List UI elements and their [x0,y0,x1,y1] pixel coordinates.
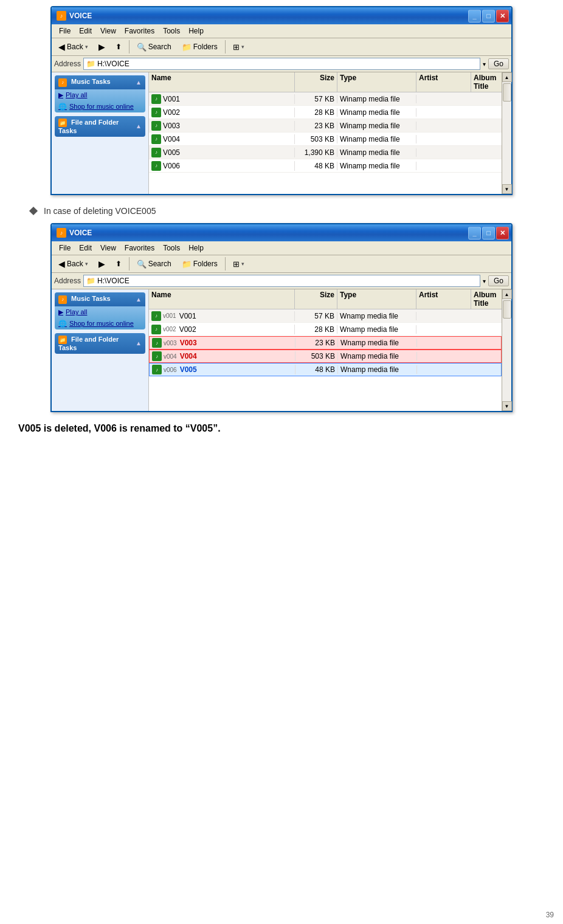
window-title-1: VOICE [69,12,92,20]
menu-favorites-2[interactable]: Favorites [121,243,158,253]
file-row-2-0[interactable]: ♪ v001 V001 57 KB Wnamp media file [149,309,502,323]
shop-link-2[interactable]: 🌐 Shop for music online [55,318,145,329]
file-name-1-2: V003 [163,122,180,130]
address-dropdown-icon-2[interactable]: ▾ [483,278,486,284]
scroll-up-2[interactable]: ▲ [502,289,512,299]
search-icon-1: 🔍 [137,43,147,52]
minimize-button-1[interactable]: _ [468,10,481,22]
search-button-2[interactable]: 🔍 Search [133,258,176,271]
close-button-2[interactable]: ✕ [496,227,509,240]
menu-file-2[interactable]: File [55,243,74,253]
menu-file-1[interactable]: File [55,26,74,36]
file-size-2-2: 23 KB [295,339,338,347]
go-button-2[interactable]: Go [488,275,509,286]
file-size-1-3: 503 KB [295,135,337,143]
file-size-2-0: 57 KB [295,312,337,320]
folders-button-1[interactable]: 📁 Folders [178,41,222,53]
scroll-up-1[interactable]: ▲ [502,72,512,82]
folder-tasks-header-content-1: 📁 File and Folder Tasks [58,119,136,135]
scroll-down-1[interactable]: ▼ [502,184,512,194]
folder-tasks-toggle-2[interactable]: ▲ [136,340,142,346]
file-row-1-1[interactable]: ♪ V002 28 KB Winamp media file [149,106,502,119]
go-button-1[interactable]: Go [488,58,509,69]
col-size-header-2[interactable]: Size [295,289,337,309]
forward-button-1[interactable]: ▶ [94,40,109,53]
file-row-2-3[interactable]: ♪ v004 V004 503 KB Wnamp media file [149,350,502,363]
col-size-header-1[interactable]: Size [295,72,337,92]
col-album-header-1[interactable]: Album Title [471,72,502,92]
scrollbar-v-1[interactable]: ▲ ▼ [502,72,511,194]
menu-edit-2[interactable]: Edit [75,243,95,253]
forward-button-2[interactable]: ▶ [94,257,109,271]
folder-tasks-header-1: 📁 File and Folder Tasks ▲ [55,116,145,137]
menu-view-1[interactable]: View [97,26,120,36]
toolbar-2: ◀ Back ▾ ▶ ⬆ 🔍 Search 📁 Folders ⊞ ▾ [52,255,511,273]
file-name-2-0: V001 [179,312,196,320]
music-tasks-toggle-2[interactable]: ▲ [136,296,142,303]
play-all-link-1[interactable]: ▶ Play all [55,89,145,101]
music-tasks-label-2: Music Tasks [71,295,111,302]
folder-icon-2: 📁 [86,277,95,285]
annotation-text-1: In case of deleting VOICE005 [44,206,156,216]
file-name-cell-2-4: ♪ v006 V005 [150,365,295,374]
music-tasks-icon-2: ♪ [58,295,67,304]
file-row-1-5[interactable]: ♪ V006 48 KB Winamp media file [149,159,502,173]
col-artist-header-2[interactable]: Artist [416,289,471,309]
col-type-header-2[interactable]: Type [337,289,416,309]
up-button-2[interactable]: ⬆ [111,258,126,270]
file-row-2-1[interactable]: ♪ v002 V002 28 KB Wnamp media file [149,323,502,336]
views-button-2[interactable]: ⊞ ▾ [229,258,249,271]
maximize-button-1[interactable]: □ [482,10,495,22]
file-row-1-3[interactable]: ♪ V004 503 KB Winamp media file [149,133,502,146]
music-tasks-section-2: ♪ Music Tasks ▲ ▶ Play all 🌐 Shop for mu… [55,292,145,329]
file-icon-1-1: ♪ [151,108,161,117]
file-name-1-0: V001 [163,95,180,103]
file-icon-1-2: ♪ [151,121,161,131]
address-dropdown-icon-1[interactable]: ▾ [483,61,486,67]
play-all-link-2[interactable]: ▶ Play all [55,306,145,318]
folder-tasks-toggle-1[interactable]: ▲ [136,123,142,129]
file-row-2-4[interactable]: ♪ v006 V005 48 KB Wnamp media file [149,363,502,376]
scroll-thumb-1[interactable] [503,83,511,102]
title-bar-1: ♪ VOICE _ □ ✕ [52,7,511,24]
col-album-header-2[interactable]: Album Title [471,289,502,309]
file-row-2-2[interactable]: ♪ v003 V003 23 KB Wnamp media file [149,336,502,350]
close-button-1[interactable]: ✕ [496,10,509,22]
file-row-1-2[interactable]: ♪ V003 23 KB Winamp media file [149,119,502,133]
maximize-button-2[interactable]: □ [482,227,495,240]
menu-help-2[interactable]: Help [185,243,207,253]
window-body-1: ♪ Music Tasks ▲ ▶ Play all 🌐 Shop for mu… [52,72,511,194]
folder-tasks-section-2: 📁 File and Folder Tasks ▲ [55,333,145,354]
file-icon-2-3: ♪ [152,351,162,361]
back-button-1[interactable]: ◀ Back ▾ [54,40,92,53]
scroll-thumb-2[interactable] [503,300,511,319]
views-button-1[interactable]: ⊞ ▾ [229,41,249,53]
menu-tools-1[interactable]: Tools [159,26,184,36]
shop-link-1[interactable]: 🌐 Shop for music online [55,101,145,112]
folders-button-2[interactable]: 📁 Folders [178,258,222,271]
scroll-down-2[interactable]: ▼ [502,401,512,411]
file-type-1-0: Winamp media file [337,95,416,103]
menu-tools-2[interactable]: Tools [159,243,184,253]
menu-help-1[interactable]: Help [185,26,207,36]
col-name-header-2[interactable]: Name [149,289,295,309]
search-button-1[interactable]: 🔍 Search [133,41,176,53]
menu-favorites-1[interactable]: Favorites [121,26,158,36]
file-type-2-2: Wnamp media file [338,339,417,347]
back-button-2[interactable]: ◀ Back ▾ [54,257,92,271]
address-input-2[interactable]: 📁 H:\VOICE [83,275,480,287]
minimize-button-2[interactable]: _ [468,227,481,240]
music-tasks-toggle-1[interactable]: ▲ [136,79,142,86]
col-name-header-1[interactable]: Name [149,72,295,92]
up-button-1[interactable]: ⬆ [111,41,126,53]
scrollbar-v-2[interactable]: ▲ ▼ [502,289,511,411]
file-content-1: Name Size Type Artist Album Title ♪ V001… [149,72,511,194]
toolbar-1: ◀ Back ▾ ▶ ⬆ 🔍 Search 📁 Folders ⊞ ▾ [52,38,511,56]
col-artist-header-1[interactable]: Artist [416,72,471,92]
file-row-1-4[interactable]: ♪ V005 1,390 KB Winamp media file [149,146,502,159]
menu-edit-1[interactable]: Edit [75,26,95,36]
menu-view-2[interactable]: View [97,243,120,253]
col-type-header-1[interactable]: Type [337,72,416,92]
address-input-1[interactable]: 📁 H:\VOICE [83,58,480,70]
file-row-1-0[interactable]: ♪ V001 57 KB Winamp media file [149,92,502,106]
